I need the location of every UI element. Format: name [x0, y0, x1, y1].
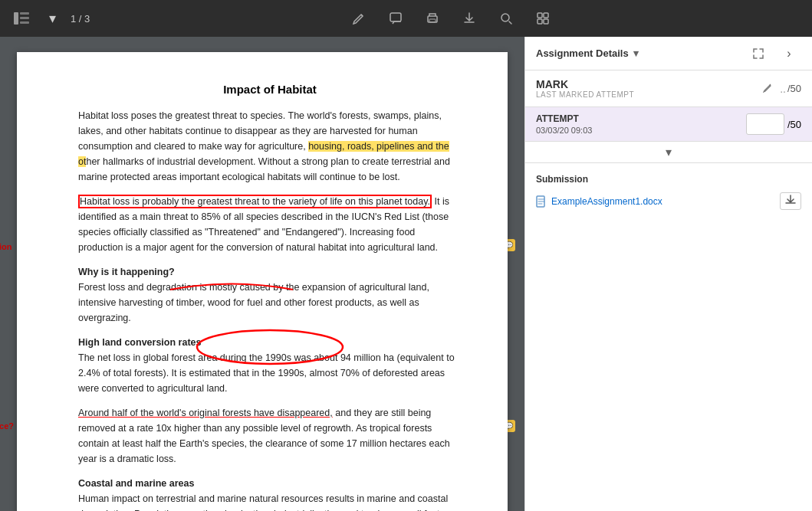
right-panel-header: Assignment Details ▾ › [525, 37, 812, 70]
header-icons: › [746, 41, 801, 66]
svg-rect-2 [20, 17, 29, 19]
submission-file: ExampleAssignment1.docx [536, 192, 801, 210]
submission-section: Submission ExampleAssignment1.docx [525, 163, 812, 511]
next-button[interactable]: › [777, 41, 801, 66]
section-title-why: Why is it happening? [78, 267, 175, 277]
paragraph-1: Habitat loss poses the greatest threat t… [78, 108, 462, 185]
svg-rect-0 [14, 12, 18, 25]
paragraph-opinion: Habitat loss is probably the greatest th… [78, 194, 462, 255]
svg-rect-9 [544, 13, 548, 18]
svg-rect-4 [390, 13, 401, 21]
mark-score-display: .. /50 [780, 83, 801, 95]
section-title-conversion: High land conversion rates [78, 337, 201, 348]
underline-source: Around half of the world's original fore… [78, 408, 333, 418]
file-icon [536, 195, 547, 208]
paragraph-source: Around half of the world's original fore… [78, 405, 462, 467]
paragraph-coastal: Coastal and marine areas Human impact on… [78, 476, 462, 511]
score-dashes: .. [780, 83, 786, 95]
attempt-date: 03/03/20 09:03 [536, 126, 592, 135]
mark-sublabel: LAST MARKED ATTEMPT [536, 90, 634, 99]
svg-rect-1 [20, 12, 29, 15]
mark-section: MARK LAST MARKED ATTEMPT .. /50 [525, 70, 812, 107]
attempt-score-input: /50 [746, 113, 801, 135]
document-viewer[interactable]: Opinion Source? 💬 💬 Impact of Habitat Ha… [0, 37, 524, 511]
attempt-section: ATTEMPT 03/03/20 09:03 /50 [525, 107, 812, 142]
assignment-details-label: Assignment Details [536, 47, 629, 59]
file-link[interactable]: ExampleAssignment1.docx [536, 195, 662, 208]
download-file-button[interactable] [780, 192, 801, 210]
score-input-field[interactable] [746, 113, 784, 135]
mark-edit-button[interactable] [763, 82, 774, 95]
assignment-details-chevron[interactable]: ▾ [633, 47, 639, 59]
page-counter: 1 / 3 [71, 13, 90, 25]
chevron-icon: ▾ [666, 145, 672, 159]
svg-rect-11 [544, 19, 548, 24]
submission-title: Submission [536, 174, 801, 185]
score-total: /50 [787, 83, 801, 94]
highlight-housing-roads: housing, roads, pipelines and the ot [78, 141, 449, 167]
page-wrapper: Opinion Source? 💬 💬 Impact of Habitat Ha… [17, 52, 508, 511]
svg-rect-8 [537, 13, 542, 18]
attempt-label: ATTEMPT [536, 113, 592, 124]
opinion-label: Opinion [0, 242, 12, 251]
dropdown-arrow-button[interactable]: ▾ [40, 6, 64, 31]
source-label: Source? [0, 421, 14, 431]
mark-score-group: .. /50 [763, 82, 801, 95]
attempt-info: ATTEMPT 03/03/20 09:03 [536, 113, 592, 135]
assignment-details-title: Assignment Details ▾ [536, 47, 639, 59]
svg-rect-3 [20, 21, 29, 24]
attempt-score-total: /50 [787, 119, 801, 130]
comment-tool-button[interactable] [383, 6, 408, 31]
search-tool-button[interactable] [494, 6, 518, 31]
right-panel: Assignment Details ▾ › MARK LAST MARKED … [524, 37, 812, 511]
mark-label: MARK [536, 78, 634, 90]
chevron-row[interactable]: ▾ [525, 142, 812, 163]
toolbar: ▾ 1 / 3 [0, 0, 812, 37]
document-page: Impact of Habitat Habitat loss poses the… [17, 52, 508, 511]
download-tool-button[interactable] [457, 6, 482, 31]
toolbar-center [99, 6, 803, 31]
document-title: Impact of Habitat [78, 83, 462, 96]
print-button[interactable] [420, 6, 445, 31]
sidebar-toggle-button[interactable] [9, 6, 34, 31]
red-box-highlight: Habitat loss is probably the greatest th… [78, 195, 432, 208]
grid-view-button[interactable] [531, 6, 555, 31]
svg-point-7 [501, 14, 509, 21]
paragraph-why: Why is it happening? Forest loss and deg… [78, 264, 462, 326]
main-area: Opinion Source? 💬 💬 Impact of Habitat Ha… [0, 37, 812, 511]
expand-button[interactable] [746, 41, 771, 66]
svg-rect-10 [537, 19, 542, 24]
mark-label-group: MARK LAST MARKED ATTEMPT [536, 78, 634, 99]
section-title-coastal: Coastal and marine areas [78, 478, 194, 489]
edit-tool-button[interactable] [347, 6, 371, 31]
file-name: ExampleAssignment1.docx [551, 196, 662, 207]
paragraph-conversion: High land conversion rates The net loss … [78, 335, 462, 396]
toolbar-left: ▾ 1 / 3 [9, 6, 90, 31]
